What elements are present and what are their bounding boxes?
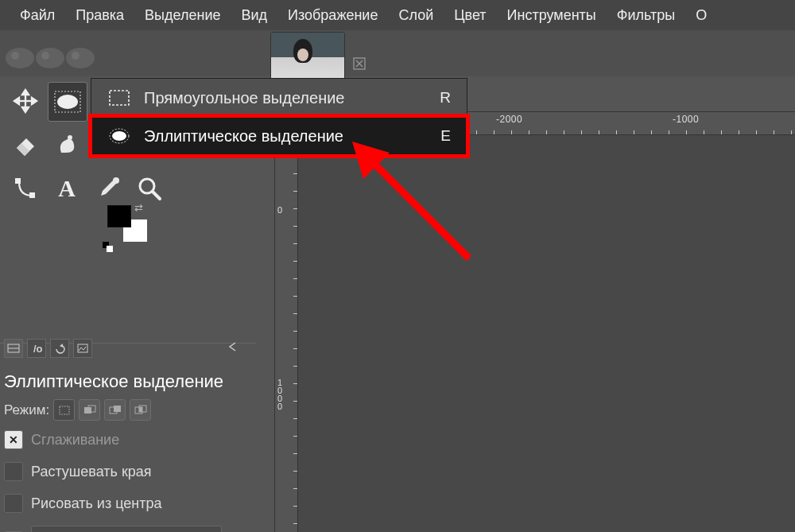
label-from-center: Рисовать из центра bbox=[31, 495, 162, 512]
combo-fixed[interactable]: Фиксированный Соо…▾ bbox=[31, 526, 222, 532]
mode-label: Режим: bbox=[4, 402, 49, 418]
menu-layer[interactable]: Слой bbox=[388, 0, 444, 30]
svg-rect-29 bbox=[139, 407, 142, 412]
menu-file[interactable]: Файл bbox=[10, 0, 65, 30]
mode-bar: Режим: bbox=[4, 399, 252, 421]
mode-intersect[interactable] bbox=[130, 399, 151, 421]
tool-text[interactable]: A bbox=[48, 169, 86, 208]
mode-add[interactable] bbox=[79, 399, 100, 421]
default-colors-icon[interactable] bbox=[103, 242, 113, 252]
svg-point-0 bbox=[6, 48, 34, 68]
close-tab-icon[interactable] bbox=[351, 55, 368, 72]
vruler-label: 0 bbox=[277, 206, 282, 214]
tool-options-title: Эллиптическое выделение bbox=[4, 371, 223, 392]
tool-move[interactable] bbox=[6, 82, 45, 120]
flyout-item-rect-label: Прямоугольное выделение bbox=[144, 89, 345, 107]
mode-replace[interactable] bbox=[53, 399, 75, 421]
svg-line-35 bbox=[374, 163, 469, 258]
menu-image[interactable]: Изображение bbox=[277, 0, 388, 30]
flyout-item-ellipse-label: Эллиптическое выделение bbox=[144, 127, 343, 146]
dock-tabs: /o bbox=[4, 339, 92, 358]
tool-ellipse-select[interactable] bbox=[48, 82, 87, 122]
svg-rect-32 bbox=[110, 91, 129, 105]
menu-filters[interactable]: Фильтры bbox=[607, 0, 685, 30]
titlebar-strip bbox=[0, 30, 795, 76]
svg-point-2 bbox=[66, 48, 95, 68]
tool-bucket-fill[interactable] bbox=[6, 126, 45, 165]
checkbox-from-center[interactable] bbox=[4, 494, 23, 513]
svg-line-17 bbox=[153, 192, 160, 199]
swap-colors-icon[interactable]: ⇄ bbox=[134, 202, 143, 214]
svg-point-5 bbox=[72, 52, 80, 60]
dock-tab-images[interactable] bbox=[73, 339, 92, 358]
ellipse-select-icon bbox=[107, 124, 131, 148]
svg-point-4 bbox=[41, 52, 49, 60]
vruler-label: 1000 bbox=[277, 379, 282, 410]
menu-view[interactable]: Вид bbox=[231, 0, 277, 30]
svg-point-9 bbox=[57, 95, 78, 109]
wilber-logo-icon bbox=[2, 34, 98, 71]
flyout-item-rect-select[interactable]: Прямоугольное выделение R bbox=[91, 79, 467, 117]
svg-point-15 bbox=[113, 177, 119, 184]
dock-collapse-icon[interactable] bbox=[224, 339, 240, 355]
dock-tab-undo[interactable] bbox=[50, 339, 69, 358]
svg-text:/o: /o bbox=[33, 343, 42, 354]
label-feather: Растушевать края bbox=[31, 464, 152, 480]
svg-rect-22 bbox=[60, 406, 69, 414]
foreground-color[interactable] bbox=[107, 205, 131, 227]
rect-select-icon bbox=[107, 86, 131, 110]
svg-point-11 bbox=[68, 135, 72, 140]
annotation-arrow bbox=[346, 135, 497, 286]
hruler-label: -2000 bbox=[496, 114, 522, 125]
checkbox-antialias[interactable] bbox=[4, 430, 23, 449]
hruler-label: -1000 bbox=[673, 114, 699, 125]
flyout-item-rect-shortcut: R bbox=[440, 89, 451, 107]
menubar: Файл Правка Выделение Вид Изображение Сл… bbox=[0, 0, 795, 30]
svg-point-1 bbox=[36, 48, 64, 68]
menu-color[interactable]: Цвет bbox=[444, 0, 496, 30]
dock-tab-tool-options[interactable] bbox=[4, 339, 23, 358]
menu-select[interactable]: Выделение bbox=[134, 0, 231, 30]
svg-rect-21 bbox=[78, 344, 87, 352]
vertical-ruler[interactable]: 0 1000 2000 bbox=[275, 134, 298, 532]
svg-point-33 bbox=[112, 131, 126, 141]
svg-point-3 bbox=[11, 52, 19, 60]
menu-about[interactable]: О bbox=[685, 0, 717, 30]
tool-paths[interactable] bbox=[6, 169, 45, 208]
svg-text:A: A bbox=[58, 175, 76, 201]
color-swatch[interactable]: ⇄ bbox=[101, 202, 157, 254]
dock-tab-device[interactable]: /o bbox=[27, 339, 46, 358]
tool-warp[interactable] bbox=[48, 126, 86, 165]
checkbox-feather[interactable] bbox=[4, 462, 23, 481]
menu-edit[interactable]: Правка bbox=[65, 0, 134, 30]
label-antialias: Сглаживание bbox=[31, 432, 119, 449]
svg-rect-26 bbox=[114, 406, 121, 412]
menu-tools[interactable]: Инструменты bbox=[497, 0, 607, 30]
mode-subtract[interactable] bbox=[104, 399, 126, 421]
tool-options-panel: /o Эллиптическое выделение Режим: Сглажи… bbox=[0, 343, 256, 532]
